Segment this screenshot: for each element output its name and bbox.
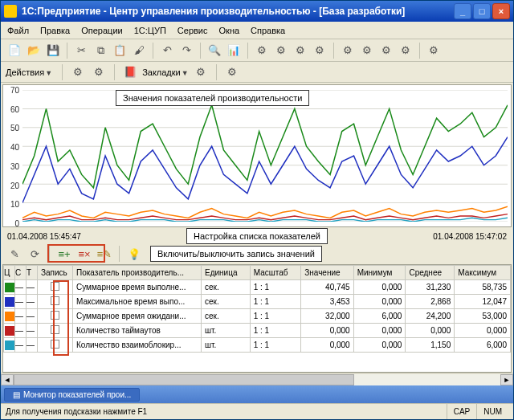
col-header[interactable]: Запись (38, 266, 73, 280)
cell-max: 53,000 (455, 309, 511, 324)
mini-1[interactable]: ✎ (6, 245, 23, 263)
tool-h[interactable]: ⚙ (397, 42, 414, 59)
h-scrollbar[interactable]: ◄ ► (1, 373, 513, 385)
col-header[interactable]: С (15, 266, 27, 280)
tool-e[interactable]: ⚙ (339, 42, 357, 59)
cell-t: — (27, 324, 38, 338)
redo-button[interactable]: ↷ (177, 42, 195, 59)
scroll-thumb[interactable] (14, 374, 354, 385)
action-4[interactable]: ⚙ (223, 63, 241, 81)
actions-dropdown[interactable]: Действия▼ (6, 67, 52, 77)
calc-button[interactable]: 📊 (225, 42, 243, 59)
close-button[interactable]: × (492, 3, 510, 19)
scroll-right[interactable]: ► (500, 374, 513, 385)
table-row[interactable]: ——Количество взаимоблокир...шт.1 : 10,00… (4, 338, 511, 353)
col-header[interactable]: Масштаб (250, 266, 301, 280)
cell-val: 32,000 (301, 309, 353, 324)
cell-s: — (15, 338, 27, 353)
table-row[interactable]: ——Максимальное время выпо...сек.1 : 13,4… (4, 295, 511, 309)
tool-b[interactable]: ⚙ (272, 42, 290, 59)
col-header[interactable]: Показатель производитель... (73, 266, 202, 280)
doc-icon: ▤ (13, 390, 20, 399)
tool-f[interactable]: ⚙ (358, 42, 376, 59)
app-icon (4, 5, 17, 18)
y-tick: 70 (10, 86, 19, 95)
col-header[interactable]: Максимум (455, 266, 511, 280)
tool-c[interactable]: ⚙ (292, 42, 309, 59)
copy-button[interactable]: ⧉ (92, 42, 109, 59)
col-header[interactable]: Среднее (406, 266, 455, 280)
menu-service[interactable]: Сервис (177, 26, 208, 35)
y-tick: 50 (10, 124, 19, 133)
cell-name: Суммарное время ожидани... (73, 309, 202, 324)
window-title: 1С:Предприятие - Центр управления произв… (22, 6, 405, 17)
bookmark-icon[interactable]: 📕 (121, 63, 139, 81)
bulb-icon[interactable]: 💡 (125, 245, 143, 263)
cut-button[interactable]: ✂ (72, 42, 90, 59)
find-button[interactable]: 🔍 (206, 42, 223, 59)
cell-unit: сек. (202, 280, 251, 295)
cell-min: 6,000 (353, 309, 406, 324)
main-toolbar: 📄 📂 💾 ✂ ⧉ 📋 🖌 ↶ ↷ 🔍 📊 ⚙ ⚙ ⚙ ⚙ ⚙ ⚙ ⚙ ⚙ ⚙ (1, 39, 513, 62)
mini-2[interactable]: ⟳ (26, 245, 43, 263)
col-header[interactable]: Ц (4, 266, 15, 280)
y-tick: 0 (14, 219, 19, 228)
menu-operations[interactable]: Операции (81, 26, 122, 35)
tool-d[interactable]: ⚙ (311, 42, 328, 59)
cell-s: — (15, 295, 27, 309)
y-tick: 20 (10, 181, 19, 190)
open-button[interactable]: 📂 (25, 42, 43, 59)
status-hint: Для получения подсказки нажмите F1 (6, 407, 447, 416)
minimize-button[interactable]: _ (454, 3, 471, 19)
cell-t: — (27, 295, 38, 309)
col-header[interactable]: Значение (301, 266, 353, 280)
tool-g[interactable]: ⚙ (377, 42, 395, 59)
cell-avg: 0,000 (406, 324, 455, 338)
table-row[interactable]: ——Количество таймаутовшт.1 : 10,0000,000… (4, 324, 511, 338)
app-window: 1С:Предприятие - Центр управления произв… (0, 0, 514, 420)
cell-min: 0,000 (353, 280, 406, 295)
cell-s: — (15, 280, 27, 295)
paste-button[interactable]: 📋 (111, 42, 128, 59)
menu-help[interactable]: Справка (251, 26, 285, 35)
cell-avg: 1,150 (406, 338, 455, 353)
col-header[interactable]: Минимум (353, 266, 406, 280)
save-button[interactable]: 💾 (44, 42, 62, 59)
indicators-table: ЦСТЗаписьПоказатель производитель...Един… (3, 265, 511, 353)
action-3[interactable]: ⚙ (192, 63, 210, 81)
status-cap: CAP (447, 404, 477, 419)
menu-file[interactable]: Файл (7, 26, 29, 35)
menu-1c[interactable]: 1С:ЦУП (134, 26, 166, 35)
action-2[interactable]: ⚙ (90, 63, 108, 81)
menu-windows[interactable]: Окна (219, 26, 240, 35)
table-row[interactable]: ——Суммарное время ожидани...сек.1 : 132,… (4, 309, 511, 324)
cell-max: 0,000 (455, 324, 511, 338)
new-button[interactable]: 📄 (6, 42, 23, 59)
statusbar: Для получения подсказки нажмите F1 CAP N… (1, 403, 513, 419)
col-header[interactable]: Т (27, 266, 38, 280)
cell-unit: шт. (202, 338, 251, 353)
scroll-left[interactable]: ◄ (1, 374, 14, 385)
menu-edit[interactable]: Правка (40, 26, 70, 35)
cell-scale: 1 : 1 (250, 309, 301, 324)
bookmarks-dropdown[interactable]: Закладки▼ (142, 67, 189, 77)
maximize-button[interactable]: □ (473, 3, 491, 19)
col-header[interactable]: Единица (202, 266, 251, 280)
cell-max: 6,000 (455, 338, 511, 353)
cell-min: 0,000 (353, 338, 406, 353)
task-button[interactable]: ▤ Монитор показателей прои... (4, 388, 140, 402)
brush-button[interactable]: 🖌 (130, 42, 148, 59)
cell-scale: 1 : 1 (250, 324, 301, 338)
tool-i[interactable]: ⚙ (425, 42, 443, 59)
action-1[interactable]: ⚙ (69, 63, 87, 81)
y-tick: 30 (10, 161, 19, 170)
table-row[interactable]: ——Суммарное время выполне...сек.1 : 140,… (4, 280, 511, 295)
cell-unit: сек. (202, 295, 251, 309)
status-num: NUM (476, 404, 508, 419)
cell-val: 3,453 (301, 295, 353, 309)
cell-unit: сек. (202, 309, 251, 324)
cell-t: — (27, 338, 38, 353)
callout-toggle: Включить/выключить запись значений (150, 246, 322, 262)
undo-button[interactable]: ↶ (158, 42, 176, 59)
tool-a[interactable]: ⚙ (253, 42, 271, 59)
